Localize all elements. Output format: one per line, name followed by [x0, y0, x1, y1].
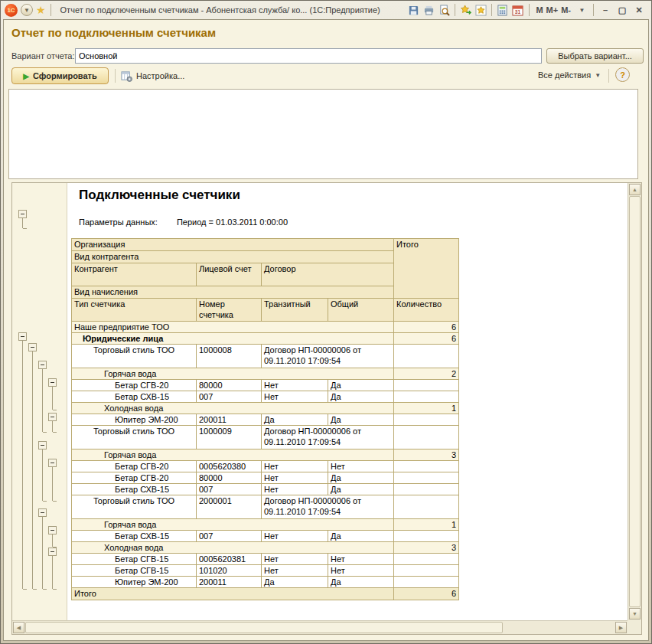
group-count: 1 [394, 519, 459, 531]
tree-line [42, 449, 43, 501]
account-number: 1000008 [197, 345, 262, 368]
memory-button[interactable]: M- [559, 5, 572, 15]
table-row: Горячая вода2 [72, 368, 459, 380]
play-icon: ▶ [23, 72, 29, 80]
chevron-down-icon: ▼ [595, 72, 601, 79]
table-row: Юпитер ЭМ-200200011ДаДа [72, 414, 459, 426]
tree-line [52, 467, 53, 501]
transit-flag: Нет [262, 565, 328, 577]
favorites-add-icon[interactable] [474, 4, 487, 17]
generate-button[interactable]: ▶ Сформировать [11, 67, 109, 84]
meter-type: Бетар СГВ-15 [72, 554, 197, 565]
header-counterparty-kind: Вид контрагента [72, 251, 394, 263]
chevron-down-icon[interactable]: ▼ [575, 4, 588, 17]
group-row-label: Горячая вода [72, 519, 394, 531]
common-flag: Да [328, 414, 394, 426]
scroll-down-button[interactable]: ▼ [629, 608, 641, 619]
meter-number: 007 [197, 484, 262, 495]
calculator-icon[interactable] [496, 4, 509, 17]
report-cell [394, 391, 459, 403]
common-flag: Да [328, 484, 394, 495]
favorites-star-icon[interactable]: ★ [36, 4, 46, 16]
header-transit: Транзитный [262, 299, 328, 322]
main-menu-button[interactable]: ▼ [21, 4, 33, 16]
common-flag: Нет [328, 554, 394, 565]
separator [491, 4, 492, 16]
common-flag: Да [328, 531, 394, 542]
vertical-scroll-thumb[interactable] [629, 196, 641, 607]
calendar-icon[interactable]: 31 [511, 4, 524, 17]
group-row-label: Наше предприятие ТОО [72, 322, 394, 333]
table-row: Бетар СХВ-15007НетДа [72, 484, 459, 495]
group-row-label: Холодная вода [72, 403, 394, 414]
table-row: Торговый стиль ТОО1000009Договор НП-0000… [72, 426, 459, 449]
memory-button[interactable]: M [534, 5, 544, 15]
scrollbar-corner [628, 620, 641, 634]
meter-number: 200011 [197, 414, 262, 426]
collapse-button[interactable] [38, 361, 47, 369]
collapse-button[interactable] [18, 210, 27, 218]
collapse-button[interactable] [28, 343, 37, 351]
scroll-up-button[interactable]: ▲ [629, 184, 641, 195]
tree-line [42, 369, 43, 432]
collapse-button[interactable] [48, 548, 57, 556]
svg-text:31: 31 [515, 9, 521, 15]
tree-line [52, 387, 53, 410]
help-button[interactable]: ? [615, 67, 630, 82]
table-row: Юридические лица6 [72, 333, 459, 345]
maximize-button[interactable]: ▢ [615, 4, 629, 16]
report-cell [394, 414, 459, 426]
scroll-right-button[interactable]: ▶ [615, 622, 627, 633]
header-quantity: Количество [394, 299, 459, 322]
common-flag: Да [328, 472, 394, 484]
tree-line [32, 351, 33, 589]
choose-variant-button[interactable]: Выбрать вариант... [546, 48, 644, 64]
meter-type: Бетар СГВ-15 [72, 565, 197, 577]
table-row: Итого6 [72, 588, 459, 600]
settings-button[interactable]: Настройка... [120, 69, 184, 83]
collapse-button[interactable] [38, 441, 47, 449]
report-cell [394, 577, 459, 588]
report-cell [394, 565, 459, 577]
collapse-button[interactable] [38, 508, 47, 517]
tree-line [52, 421, 53, 432]
report-cell [394, 426, 459, 449]
favorites-go-icon[interactable] [459, 4, 472, 17]
transit-flag: Нет [262, 472, 328, 484]
collapse-button[interactable] [18, 332, 27, 341]
counterparty-name: Торговый стиль ТОО [72, 426, 197, 449]
header-counterparty: Контрагент [72, 263, 197, 286]
table-row: Торговый стиль ТОО1000008Договор НП-0000… [72, 345, 459, 368]
1c-logo-icon: 1С [5, 4, 18, 17]
tree-tick [53, 410, 57, 410]
close-button[interactable]: ✕ [632, 4, 646, 16]
titlebar: 1С ▼ ★ Отчет по подключенным счетчикам -… [3, 1, 649, 19]
variant-label: Вариант отчета: [11, 51, 75, 60]
save-icon[interactable] [407, 4, 420, 17]
page-title: Отчет по подключенным счетчикам [11, 26, 216, 39]
collapse-button[interactable] [48, 459, 57, 467]
titlebar-icons: 31 [407, 4, 524, 17]
table-row: Торговый стиль ТОО2000001Договор НП-0000… [72, 495, 459, 519]
preview-icon[interactable] [438, 4, 451, 17]
all-actions-button[interactable]: Все действия▼ [538, 70, 601, 80]
report-cell [394, 472, 459, 484]
common-flag: Да [328, 391, 394, 403]
report-table: ОрганизацияИтогоВид контрагентаКонтраген… [71, 238, 459, 600]
meter-number: 007 [197, 531, 262, 542]
collapse-button[interactable] [48, 526, 57, 534]
table-row: Бетар СГВ-200005620380НетНет [72, 461, 459, 472]
report-cell [394, 495, 459, 519]
collapse-button[interactable] [48, 413, 57, 421]
print-icon[interactable] [422, 4, 435, 17]
horizontal-scrollbar[interactable]: ◀ ▶ [12, 620, 628, 634]
horizontal-scroll-thumb[interactable] [25, 622, 503, 633]
vertical-scrollbar[interactable]: ▲ ▼ [628, 183, 641, 620]
group-count: 3 [394, 542, 459, 554]
collapse-button[interactable] [48, 378, 57, 387]
report-canvas: Подключенные счетчики Параметры данных: … [68, 183, 628, 620]
minimize-button[interactable]: – [598, 4, 612, 16]
scroll-left-button[interactable]: ◀ [13, 622, 24, 633]
memory-button[interactable]: M+ [545, 5, 560, 15]
variant-input[interactable] [75, 48, 542, 64]
